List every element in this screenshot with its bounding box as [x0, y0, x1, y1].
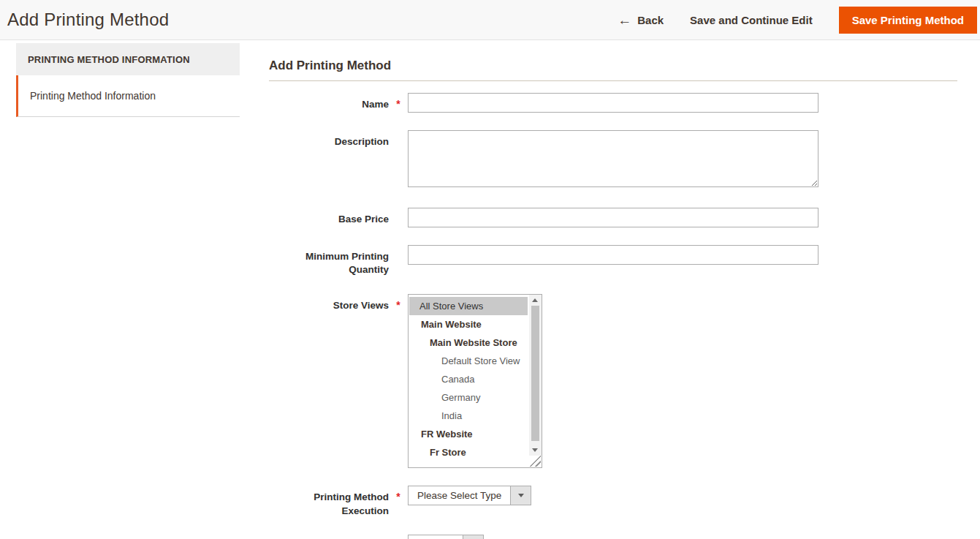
execution-select-button[interactable]	[510, 486, 531, 505]
minimum-printing-quantity-input[interactable]	[408, 245, 818, 265]
scrollbar-thumb[interactable]	[531, 306, 539, 441]
required-asterisk: *	[389, 93, 408, 113]
status-select-button[interactable]	[463, 535, 483, 539]
back-arrow-icon: ←	[618, 13, 631, 27]
sidebar-item-printing-method-information[interactable]: Printing Method Information	[16, 75, 240, 117]
field-printing-method-execution: Printing Method Execution * Please Selec…	[269, 486, 957, 517]
form-section-title: Add Printing Method	[269, 59, 957, 73]
store-view-option[interactable]: Main Website	[409, 315, 528, 333]
spacer	[389, 130, 408, 190]
store-views-option-list: All Store Views Main Website Main Websit…	[409, 295, 528, 468]
field-store-views: Store Views * All Store Views Main Websi…	[269, 294, 957, 468]
store-view-option[interactable]: Main Website Store	[409, 333, 528, 352]
required-asterisk: *	[389, 486, 408, 517]
printing-method-execution-label: Printing Method Execution	[269, 486, 389, 517]
name-input[interactable]	[408, 93, 818, 113]
back-button[interactable]: ← Back	[618, 13, 664, 27]
spacer	[389, 245, 408, 276]
store-view-option[interactable]: Canada	[409, 370, 528, 388]
store-view-option[interactable]: Default Store View	[409, 352, 528, 370]
listbox-resize-handle-icon[interactable]	[530, 456, 541, 467]
field-status: Status * Enabled	[269, 535, 957, 539]
printing-method-execution-select[interactable]: Please Select Type	[408, 486, 531, 505]
store-view-option[interactable]: Germany	[409, 388, 528, 407]
store-views-label: Store Views	[269, 294, 389, 468]
required-asterisk: *	[389, 535, 408, 539]
store-view-option[interactable]: India	[409, 407, 528, 425]
store-views-listbox[interactable]: All Store Views Main Website Main Websit…	[408, 294, 542, 468]
store-view-option[interactable]: FR store view	[409, 461, 528, 468]
store-view-option[interactable]: FR Website	[409, 425, 528, 443]
status-select[interactable]: Enabled	[408, 535, 484, 539]
scroll-down-icon[interactable]	[532, 448, 538, 452]
spacer	[389, 208, 408, 227]
status-label: Status	[269, 535, 389, 539]
required-asterisk: *	[389, 294, 408, 468]
field-name: Name *	[269, 93, 957, 113]
sidebar-nav: PRINTING METHOD INFORMATION Printing Met…	[16, 43, 240, 117]
base-price-input[interactable]	[408, 208, 818, 227]
listbox-scrollbar[interactable]	[529, 295, 542, 456]
description-textarea[interactable]	[408, 130, 818, 187]
execution-select-value: Please Select Type	[409, 486, 510, 505]
sidebar-section-title: PRINTING METHOD INFORMATION	[16, 43, 240, 75]
page-title: Add Printing Method	[7, 10, 169, 30]
field-minimum-printing-quantity: Minimum Printing Quantity	[269, 245, 957, 276]
minimum-printing-quantity-label: Minimum Printing Quantity	[269, 245, 389, 276]
save-printing-method-button[interactable]: Save Printing Method	[839, 7, 977, 34]
main-content: Add Printing Method Name * Description B…	[269, 43, 957, 539]
header-actions: ← Back Save and Continue Edit Save Print…	[618, 7, 977, 34]
scroll-up-icon[interactable]	[532, 298, 538, 302]
field-base-price: Base Price	[269, 208, 957, 227]
status-select-value: Enabled	[409, 535, 463, 539]
back-button-label: Back	[637, 14, 664, 26]
section-divider	[269, 80, 957, 81]
store-view-option[interactable]: Fr Store	[409, 443, 528, 461]
store-view-option[interactable]: All Store Views	[409, 297, 528, 315]
chevron-down-icon	[518, 494, 524, 497]
description-label: Description	[269, 130, 389, 190]
name-label: Name	[269, 93, 389, 113]
save-and-continue-button[interactable]: Save and Continue Edit	[690, 14, 813, 26]
page-header: Add Printing Method ← Back Save and Cont…	[0, 0, 980, 40]
base-price-label: Base Price	[269, 208, 389, 227]
field-description: Description	[269, 130, 957, 190]
